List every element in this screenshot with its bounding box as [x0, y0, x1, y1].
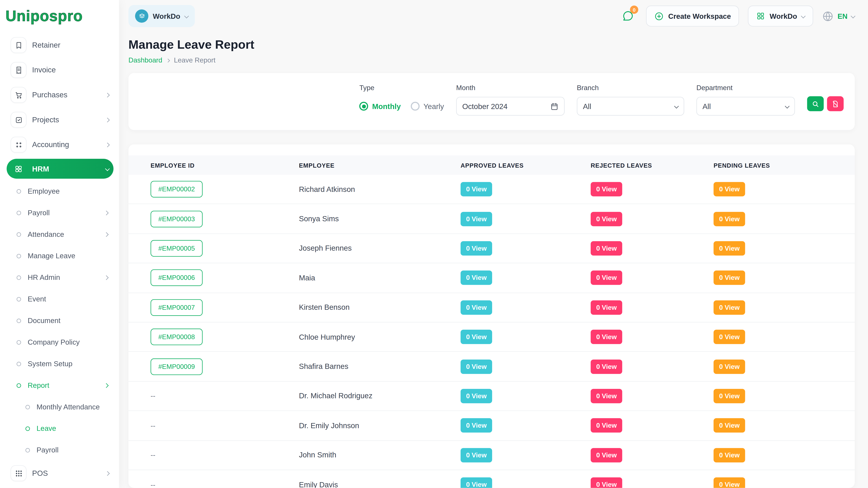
approved-view-button[interactable]: 0 View [461, 212, 492, 226]
apps-dropdown[interactable]: WorkDo [748, 5, 813, 27]
sidebar-item-label: Report [28, 381, 49, 389]
approved-view-button[interactable]: 0 View [461, 359, 492, 373]
approved-view-button[interactable]: 0 View [461, 477, 492, 488]
pending-view-button[interactable]: 0 View [714, 330, 745, 344]
sidebar-item-report-payroll[interactable]: Payroll [7, 439, 114, 461]
type-monthly-radio[interactable]: Monthly [360, 102, 401, 110]
rejected-view-button[interactable]: 0 View [591, 389, 622, 403]
sidebar-item-attendance[interactable]: Attendance [7, 224, 114, 245]
department-select[interactable]: All [696, 97, 795, 116]
pending-view-button[interactable]: 0 View [714, 212, 745, 226]
sidebar-item-company-policy[interactable]: Company Policy [7, 331, 114, 353]
branch-select[interactable]: All [577, 97, 684, 116]
approved-view-button[interactable]: 0 View [461, 448, 492, 462]
approved-view-button[interactable]: 0 View [461, 271, 492, 285]
rejected-view-button[interactable]: 0 View [591, 448, 622, 462]
sidebar-item-system-setup[interactable]: System Setup [7, 353, 114, 375]
pending-view-button[interactable]: 0 View [714, 300, 745, 315]
rejected-view-button[interactable]: 0 View [591, 300, 622, 315]
pending-view-button[interactable]: 0 View [714, 418, 745, 432]
table-row: -- Emily Davis 0 View 0 View 0 View [128, 470, 855, 488]
employee-id-button[interactable]: #EMP00007 [151, 299, 203, 316]
branch-field: Branch All [577, 84, 684, 116]
pending-view-button[interactable]: 0 View [714, 477, 745, 488]
employee-id-button[interactable]: #EMP00005 [151, 240, 203, 257]
employee-id-button[interactable]: #EMP00002 [151, 181, 203, 198]
brand-logo[interactable]: Unipospro [0, 0, 119, 30]
rejected-view-button[interactable]: 0 View [591, 182, 622, 196]
rejected-view-button[interactable]: 0 View [591, 330, 622, 344]
sidebar-item-manage-leave[interactable]: Manage Leave [7, 245, 114, 267]
pending-view-button[interactable]: 0 View [714, 359, 745, 373]
hrm-icon [11, 161, 26, 176]
sidebar-item-retainer[interactable]: Retainer [7, 33, 114, 58]
sidebar-item-accounting[interactable]: Accounting [7, 132, 114, 157]
approved-view-button[interactable]: 0 View [461, 182, 492, 196]
rejected-view-button[interactable]: 0 View [591, 241, 622, 255]
pending-view-button[interactable]: 0 View [714, 241, 745, 255]
bullet-icon [17, 383, 21, 387]
rejected-view-button[interactable]: 0 View [591, 359, 622, 373]
month-input[interactable] [462, 102, 540, 110]
sidebar-item-projects[interactable]: Projects [7, 107, 114, 132]
table-header-row: EMPLOYEE ID EMPLOYEE APPROVED LEAVES REJ… [128, 155, 855, 175]
employee-name: Chloe Humphrey [299, 333, 461, 341]
approved-view-button[interactable]: 0 View [461, 300, 492, 315]
pending-view-button[interactable]: 0 View [714, 389, 745, 403]
sidebar-item-leave[interactable]: Leave [7, 418, 114, 439]
type-yearly-label: Yearly [424, 102, 444, 110]
employee-name: Emily Davis [299, 480, 461, 488]
sidebar-item-hr-admin[interactable]: HR Admin [7, 267, 114, 288]
pending-view-button[interactable]: 0 View [714, 271, 745, 285]
table-row: -- Dr. Emily Johnson 0 View 0 View 0 Vie… [128, 411, 855, 441]
employee-name: Dr. Emily Johnson [299, 421, 461, 430]
sidebar-item-label: Company Policy [28, 338, 80, 346]
sidebar: Unipospro Retainer Invoice Purchases [0, 0, 119, 488]
create-workspace-button[interactable]: Create Workspace [646, 5, 739, 27]
sidebar-item-monthly-attendance[interactable]: Monthly Attendance [7, 396, 114, 418]
bullet-icon [17, 232, 21, 236]
type-yearly-radio[interactable]: Yearly [411, 102, 444, 110]
sidebar-nav: Retainer Invoice Purchases Projects [0, 30, 119, 486]
sidebar-item-hrm[interactable]: HRM [7, 159, 114, 179]
bullet-icon [26, 426, 30, 431]
grid-icon [756, 12, 765, 21]
employee-name: Maia [299, 274, 461, 282]
approved-view-button[interactable]: 0 View [461, 418, 492, 432]
employee-id-button[interactable]: #EMP00003 [151, 210, 203, 227]
rejected-view-button[interactable]: 0 View [591, 418, 622, 432]
pending-view-button[interactable]: 0 View [714, 448, 745, 462]
search-button[interactable] [807, 96, 824, 111]
sidebar-item-purchases[interactable]: Purchases [7, 83, 114, 107]
employee-id-button[interactable]: #EMP00009 [151, 358, 203, 375]
rejected-view-button[interactable]: 0 View [591, 271, 622, 285]
approved-view-button[interactable]: 0 View [461, 389, 492, 403]
language-selector[interactable]: EN [822, 10, 855, 22]
employee-id-button[interactable]: #EMP00006 [151, 269, 203, 286]
bullet-icon [17, 275, 21, 280]
sidebar-item-document[interactable]: Document [7, 310, 114, 331]
sidebar-item-payroll[interactable]: Payroll [7, 202, 114, 224]
breadcrumb-dashboard-link[interactable]: Dashboard [128, 57, 162, 64]
table-row: #EMP00009 Shafira Barnes 0 View 0 View 0… [128, 352, 855, 382]
sidebar-item-report[interactable]: Report [7, 375, 114, 396]
sidebar-item-label: System Setup [28, 359, 72, 368]
chat-button[interactable]: 0 [618, 7, 637, 26]
pending-view-button[interactable]: 0 View [714, 182, 745, 196]
rejected-view-button[interactable]: 0 View [591, 212, 622, 226]
rejected-view-button[interactable]: 0 View [591, 477, 622, 488]
employee-id-button[interactable]: #EMP00008 [151, 329, 203, 345]
sidebar-item-invoice[interactable]: Invoice [7, 58, 114, 83]
sidebar-item-event[interactable]: Event [7, 288, 114, 310]
table-row: #EMP00005 Joseph Fiennes 0 View 0 View 0… [128, 234, 855, 263]
chevron-down-icon [184, 13, 189, 19]
department-value: All [703, 102, 711, 110]
workspace-selector[interactable]: WorkDo [128, 5, 195, 27]
approved-view-button[interactable]: 0 View [461, 330, 492, 344]
approved-view-button[interactable]: 0 View [461, 241, 492, 255]
sidebar-item-pos[interactable]: POS [7, 461, 114, 486]
bullet-icon [17, 210, 21, 215]
reset-button[interactable] [827, 96, 844, 111]
filter-actions [807, 96, 843, 111]
sidebar-item-employee[interactable]: Employee [7, 181, 114, 202]
